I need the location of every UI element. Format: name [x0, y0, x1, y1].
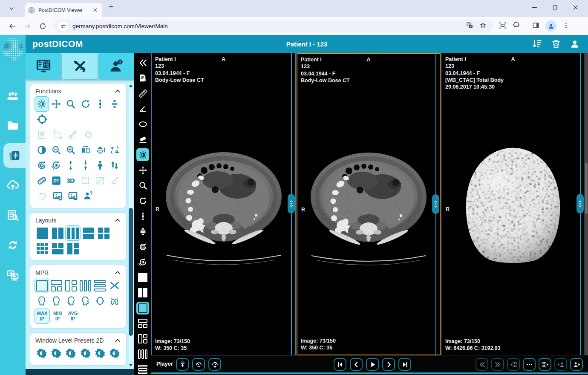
mpr-layout-single-button[interactable]	[35, 278, 49, 293]
toolbar-rotate-button[interactable]	[136, 194, 149, 207]
dicom-tags-button[interactable]: DT	[49, 173, 63, 188]
site-settings-button[interactable]	[58, 21, 68, 31]
chevron-up-icon[interactable]	[114, 88, 121, 95]
undo-button[interactable]	[35, 188, 50, 204]
omnibox[interactable]: germany.postdicom.com/Viewer/Main GA	[54, 20, 493, 32]
zoom-button[interactable]	[63, 96, 78, 112]
window-close-button[interactable]	[567, 1, 584, 14]
viewport-1[interactable]: Patient I12303.04.1944 - FBody-Low Dose …	[151, 53, 296, 355]
window-level-roi-button[interactable]	[35, 127, 50, 142]
first-image-button[interactable]	[334, 358, 346, 371]
panel-tab-person-info[interactable]: i	[98, 53, 134, 79]
browser-tab[interactable]: PostDICOM Viewer	[25, 3, 102, 17]
sidebar-item-image-archive[interactable]	[3, 143, 26, 168]
next-image-button[interactable]	[382, 358, 395, 371]
viewer-scrollbar-thumb[interactable]	[585, 163, 588, 214]
cine-export-button[interactable]	[176, 358, 189, 371]
panel-scrollbar[interactable]	[128, 84, 133, 366]
zoom-in-button[interactable]	[63, 142, 78, 158]
patient-question-button[interactable]: ?	[81, 188, 96, 204]
toolbar-pan-button[interactable]	[136, 164, 149, 176]
angle-probe-button[interactable]	[107, 173, 122, 188]
tag-button[interactable]	[35, 173, 49, 188]
toolbar-ruler-button[interactable]	[136, 87, 149, 100]
toolbar-eraser-button[interactable]	[136, 133, 149, 146]
wl-preset-6-button[interactable]	[107, 346, 122, 361]
mpr-layout-left1-right2-button[interactable]	[63, 278, 78, 293]
projection-avg-ip-button[interactable]: AVGIP	[65, 309, 81, 324]
layout-2x1-button[interactable]	[81, 225, 96, 241]
back-button[interactable]	[6, 20, 18, 32]
wl-presets-header[interactable]: Window Level Presets 2D	[35, 336, 122, 346]
toolbar-ellipse-button[interactable]	[136, 118, 149, 130]
head-right-button[interactable]	[78, 293, 93, 309]
oblique-x-button[interactable]	[107, 278, 122, 293]
layouts-header[interactable]: Layouts	[35, 216, 122, 225]
toolbar-scroll-vertical-button[interactable]	[136, 210, 149, 222]
tab-close-icon[interactable]	[92, 6, 99, 14]
extensions-puzzle-button[interactable]	[512, 21, 520, 31]
toolbar-zoom-button[interactable]	[136, 179, 149, 192]
forward-button[interactable]	[21, 20, 33, 32]
reset-window-level-button[interactable]	[49, 158, 63, 173]
chevron-up-icon[interactable]	[114, 217, 121, 224]
chevron-up-icon[interactable]	[114, 337, 121, 344]
rotate-flip-button[interactable]	[107, 142, 122, 158]
layout-2x2-button[interactable]	[96, 225, 111, 241]
account-button[interactable]	[569, 38, 580, 49]
scroll-up-arrow[interactable]	[129, 84, 133, 87]
scroll-down-arrow[interactable]	[129, 364, 133, 366]
sidebar-item-cloud-upload[interactable]	[0, 173, 26, 198]
toolbar-layout-single-button[interactable]	[136, 302, 149, 314]
panel-tab-monitor-xray[interactable]	[26, 53, 61, 79]
profile-avatar[interactable]	[545, 20, 556, 32]
rotate-button[interactable]	[78, 96, 93, 112]
toolbar-collapse-panel-button[interactable]	[136, 56, 149, 69]
head-top-button[interactable]	[93, 293, 107, 309]
swap-updown-button[interactable]	[107, 158, 122, 173]
speed-up-button[interactable]	[208, 358, 221, 371]
stack-scroll-handle[interactable]	[432, 194, 439, 214]
reset-button[interactable]	[35, 158, 49, 173]
layout-1x1-button[interactable]	[35, 225, 50, 241]
wl-preset-2-button[interactable]	[49, 346, 63, 361]
mpr-layout-top1-bottom2-button[interactable]	[49, 278, 63, 293]
invert-button[interactable]	[35, 142, 49, 158]
wl-preset-1-button[interactable]	[35, 346, 49, 361]
translate-button[interactable]: GA	[466, 22, 473, 31]
next-patient-button[interactable]	[570, 358, 583, 371]
new-tab-button[interactable]	[107, 3, 118, 14]
previous-patient-button[interactable]	[554, 358, 567, 371]
stack-scroll-button[interactable]	[107, 96, 122, 112]
viewer-scrollbar[interactable]	[585, 53, 588, 355]
projection-min-ip-button[interactable]: MINIP	[50, 309, 65, 324]
stack-scroll-handle[interactable]	[288, 194, 295, 213]
layout-1x3-button[interactable]	[65, 225, 81, 241]
layout-3x3-button[interactable]	[35, 241, 50, 256]
window-level-button[interactable]	[35, 96, 49, 112]
localizer-button[interactable]	[35, 112, 50, 127]
scroll-vertical-button[interactable]	[93, 96, 107, 112]
functions-header[interactable]: Functions	[35, 87, 122, 96]
expand-vertical-button[interactable]	[63, 158, 78, 173]
sort-list-button[interactable]	[532, 38, 543, 49]
window-maximize-button[interactable]	[546, 1, 563, 14]
menu-kebab-button[interactable]	[562, 21, 570, 31]
feet-button[interactable]	[107, 293, 122, 309]
three-d-button[interactable]: 3D3D	[63, 173, 78, 188]
speed-down-button[interactable]	[192, 358, 205, 371]
previous-layout-button[interactable]	[507, 358, 520, 371]
play-button[interactable]	[366, 358, 379, 371]
fit-patient-button[interactable]	[93, 158, 107, 173]
previous-series-button[interactable]	[476, 358, 488, 371]
last-image-button[interactable]	[398, 358, 411, 371]
zoom-out-button[interactable]	[49, 142, 63, 158]
toolbar-layout-1x2-button[interactable]	[136, 286, 149, 299]
wl-preset-5-button[interactable]	[93, 346, 107, 361]
trash-button[interactable]	[551, 38, 562, 49]
mpr-layout-3col-button[interactable]	[78, 278, 93, 293]
projection-max-ip-button[interactable]: MAXIP	[35, 309, 50, 324]
viewport-3[interactable]: Patient I12303.04.1944 - F[WB_CTAC] Tota…	[441, 53, 585, 355]
panel-tab-tools[interactable]	[62, 53, 98, 79]
toolbar-angle-button[interactable]	[136, 102, 149, 115]
